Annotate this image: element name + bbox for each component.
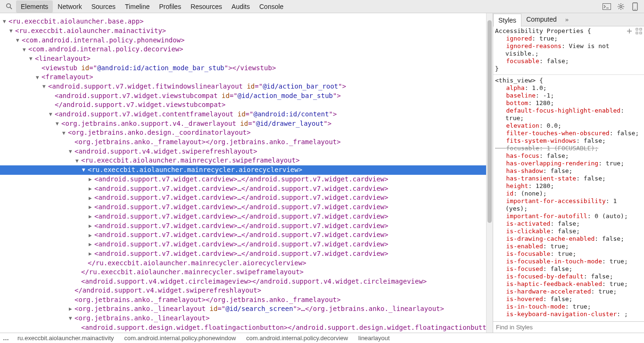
style-property[interactable]: default-focus-highlight-enabled: true;: [495, 107, 642, 122]
tab-elements[interactable]: Elements: [16, 0, 53, 13]
tree-node[interactable]: ▼<ru.execcbit.aiolauncher.mainrecycler.s…: [0, 156, 486, 165]
style-property[interactable]: has-transient-state: false;: [495, 175, 642, 182]
tree-node[interactable]: ▼<org.jetbrains.anko._linearlayout>: [0, 314, 486, 323]
style-property[interactable]: is-activated: false;: [495, 220, 642, 228]
style-property[interactable]: ignored: true;: [495, 35, 642, 42]
style-property[interactable]: elevation: 0.0;: [495, 122, 642, 130]
tab-timeline[interactable]: Timeline: [120, 0, 154, 13]
this-view-section-title: <this_view> {: [495, 77, 642, 84]
tree-node[interactable]: <org.jetbrains.anko._framelayout></org.j…: [0, 295, 486, 305]
style-property[interactable]: is-focused-by-default: false;: [495, 273, 642, 280]
tab-console[interactable]: Console: [255, 0, 288, 13]
sidebar-tabs: StylesComputed »: [493, 13, 644, 26]
add-property-icon[interactable]: [626, 28, 633, 34]
tree-node[interactable]: ▼<ru.execcbit.aiolauncher.mainrecycler.a…: [0, 165, 486, 175]
style-property[interactable]: is-haptic-feedback-enabled: true;: [495, 280, 642, 288]
tab-sources[interactable]: Sources: [87, 0, 120, 13]
tree-node[interactable]: ▼<framelayout>: [0, 73, 486, 82]
tree-node[interactable]: ▶<android.support.v7.widget.cardview>…</…: [0, 175, 486, 184]
style-property[interactable]: important-for-autofill: 0 (auto);: [495, 212, 642, 220]
tab-audits[interactable]: Audits: [227, 0, 255, 13]
tree-node[interactable]: ▼<ru.execcbit.aiolauncher.mainactivity>: [0, 26, 486, 36]
tree-node[interactable]: ▶<android.support.v7.widget.cardview>…</…: [0, 249, 486, 259]
style-property[interactable]: filter-touches-when-obscured: false;: [495, 130, 642, 137]
style-property[interactable]: important-for-accessibility: 1 (yes);: [495, 197, 642, 212]
tree-node[interactable]: <android.support.v7.widget.viewstubcompa…: [0, 91, 486, 101]
breadcrumb-item[interactable]: com.android.internal.policy.decorview: [246, 335, 348, 342]
search-icon[interactable]: [5, 2, 13, 11]
device-icon[interactable]: [631, 2, 639, 11]
style-property[interactable]: is-focusable-in-touch-mode: true;: [495, 258, 642, 265]
svg-line-9: [619, 4, 619, 5]
tree-node[interactable]: ▶<org.jetbrains.anko._linearlayout id="@…: [0, 304, 486, 314]
style-property[interactable]: focusable: 1 (FOCUSABLE);: [495, 145, 642, 152]
svg-point-0: [6, 4, 10, 8]
tree-node[interactable]: <viewstub id="@android:id/action_mode_ba…: [0, 64, 486, 73]
sidebar-tab-computed[interactable]: Computed: [521, 13, 561, 26]
style-property[interactable]: is-focusable: true;: [495, 250, 642, 258]
style-property[interactable]: is-enabled: true;: [495, 243, 642, 250]
find-in-styles-input[interactable]: [496, 324, 641, 331]
breadcrumb-item[interactable]: com.android.internal.policy.phonewindow: [124, 335, 236, 342]
tree-node[interactable]: ▶<android.support.v7.widget.cardview>…</…: [0, 184, 486, 194]
tree-node[interactable]: </ru.execcbit.aiolauncher.mainrecycler.s…: [0, 268, 486, 277]
style-property[interactable]: alpha: 1.0;: [495, 84, 642, 92]
style-property[interactable]: is-drawing-cache-enabled: false;: [495, 235, 642, 243]
style-property[interactable]: focusable: false;: [495, 57, 642, 65]
tree-node[interactable]: ▼<ru.execcbit.aiolauncher.base.app>: [0, 17, 486, 26]
tree-node[interactable]: </android.support.v4.widget.swiperefresh…: [0, 286, 486, 295]
styles-body[interactable]: Accessibility Properties { ignored: true…: [493, 26, 644, 321]
style-property[interactable]: has-overlapping-rendering: true;: [495, 160, 642, 167]
style-property[interactable]: is-focused: false;: [495, 265, 642, 273]
sidebar-tab-styles[interactable]: Styles: [493, 14, 521, 27]
tree-node[interactable]: ▶<android.support.v7.widget.cardview>…</…: [0, 240, 486, 249]
tree-node[interactable]: ▼<com.android.internal.policy.phonewindo…: [0, 36, 486, 45]
tree-node[interactable]: </ru.execcbit.aiolauncher.mainrecycler.a…: [0, 259, 486, 268]
svg-line-11: [622, 4, 623, 5]
console-toggle-icon[interactable]: [603, 2, 611, 11]
tree-node[interactable]: ▼<android.support.v7.widget.contentframe…: [0, 110, 486, 119]
tree-node[interactable]: ▼<com.android.internal.policy.decorview>: [0, 45, 486, 54]
tree-node[interactable]: <org.jetbrains.anko._framelayout></org.j…: [0, 138, 486, 147]
tree-node[interactable]: <android.support.design.widget.floatinga…: [0, 332, 486, 333]
tree-node[interactable]: ▶<android.support.v7.widget.cardview>…</…: [0, 212, 486, 221]
tree-node[interactable]: <android.support.design.widget.floatinga…: [0, 323, 486, 333]
tree-node[interactable]: ▼<org.jetbrains.anko.support.v4._drawerl…: [0, 119, 486, 129]
style-property[interactable]: is-in-touch-mode: true;: [495, 303, 642, 310]
tree-node[interactable]: ▶<android.support.v7.widget.cardview>…</…: [0, 230, 486, 240]
style-property[interactable]: is-clickable: false;: [495, 228, 642, 235]
style-property[interactable]: ignored-reasons: View is not visible.;: [495, 42, 642, 57]
tree-node[interactable]: ▶<android.support.v7.widget.cardview>…</…: [0, 221, 486, 231]
tree-scrollbar[interactable]: [486, 13, 493, 333]
more-tabs-icon[interactable]: »: [561, 14, 572, 25]
settings-gear-icon[interactable]: [617, 2, 625, 11]
style-property[interactable]: has-focus: false;: [495, 152, 642, 160]
style-property[interactable]: has-shadow: false;: [495, 167, 642, 175]
elements-tree-panel: ▼<ru.execcbit.aiolauncher.base.app>▼<ru.…: [0, 13, 493, 333]
style-property[interactable]: baseline: -1;: [495, 92, 642, 99]
tree-node[interactable]: ▼<android.support.v7.widget.fitwindowsli…: [0, 82, 486, 91]
tab-network[interactable]: Network: [53, 0, 86, 13]
style-property[interactable]: id: (none);: [495, 190, 642, 197]
tree-node[interactable]: ▶<android.support.v7.widget.cardview>…</…: [0, 203, 486, 212]
style-property[interactable]: is-hardware-accelerated: true;: [495, 288, 642, 295]
style-property[interactable]: is-hovered: false;: [495, 295, 642, 303]
style-property[interactable]: is-keyboard-navigation-cluster: ;: [495, 310, 642, 318]
tree-node[interactable]: <android.support.v4.widget.circleimagevi…: [0, 277, 486, 286]
tree-node[interactable]: ▼<linearlayout>: [0, 54, 486, 64]
style-property[interactable]: height: 1280;: [495, 182, 642, 190]
tree-node[interactable]: ▼<org.jetbrains.anko.design._coordinator…: [0, 128, 486, 138]
breadcrumb-item[interactable]: ru.execcbit.aiolauncher.mainactivity: [17, 335, 114, 342]
breadcrumb-item[interactable]: linearlayout: [358, 335, 390, 342]
tree-node[interactable]: </android.support.v7.widget.viewstubcomp…: [0, 100, 486, 110]
elements-tree[interactable]: ▼<ru.execcbit.aiolauncher.base.app>▼<ru.…: [0, 13, 486, 333]
style-property[interactable]: bottom: 1280;: [495, 99, 642, 107]
tab-profiles[interactable]: Profiles: [154, 0, 186, 13]
filter-icon[interactable]: [636, 28, 642, 34]
scrollbar-thumb[interactable]: [487, 20, 492, 223]
style-property[interactable]: fits-system-windows: false;: [495, 137, 642, 145]
tab-resources[interactable]: Resources: [186, 0, 227, 13]
breadcrumb-overflow[interactable]: …: [3, 335, 9, 342]
tree-node[interactable]: ▼<android.support.v4.widget.swiperefresh…: [0, 147, 486, 156]
tree-node[interactable]: ▶<android.support.v7.widget.cardview>…</…: [0, 193, 486, 203]
